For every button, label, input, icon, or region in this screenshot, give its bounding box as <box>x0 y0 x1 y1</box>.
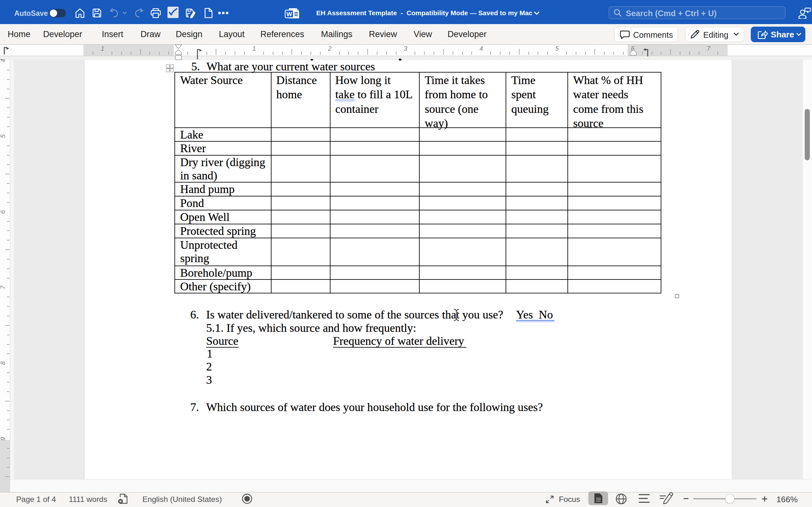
svg-text:W: W <box>287 11 292 17</box>
